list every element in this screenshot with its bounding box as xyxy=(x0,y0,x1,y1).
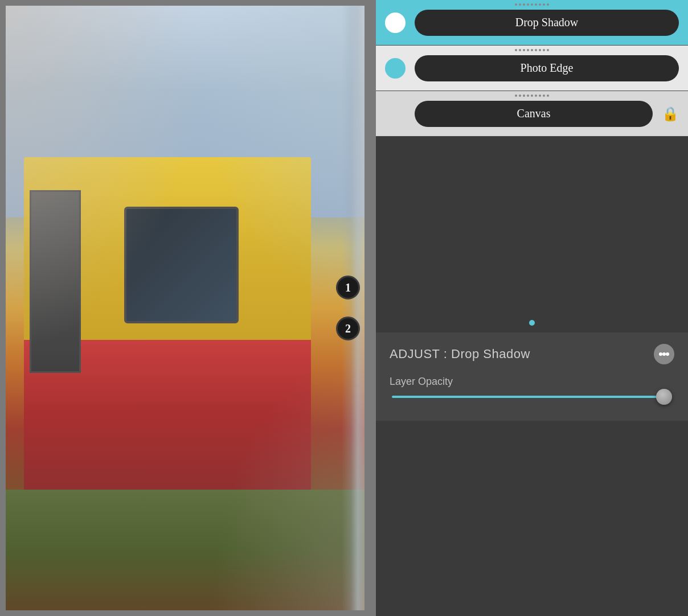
svg-point-0 xyxy=(659,352,662,356)
layer-opacity-section: Layer Opacity xyxy=(390,376,674,398)
svg-point-2 xyxy=(666,352,669,356)
layer-row-canvas[interactable]: Canvas 🔒 xyxy=(376,91,688,137)
photo-container xyxy=(6,6,365,610)
step-2-circle: 2 xyxy=(336,317,360,340)
photo-edge-button[interactable]: Photo Edge xyxy=(415,55,679,81)
layers-panel: Drop Shadow Photo Edge xyxy=(376,0,688,137)
layer-inactive-indicator xyxy=(385,58,406,79)
layer-opacity-label: Layer Opacity xyxy=(390,376,674,388)
drop-shadow-button[interactable]: Drop Shadow xyxy=(415,10,679,36)
lock-icon: 🔒 xyxy=(662,106,679,122)
adjust-settings-icon[interactable] xyxy=(654,344,674,364)
layer-empty-indicator xyxy=(385,104,406,124)
dark-spacer xyxy=(376,137,688,332)
drag-handle-canvas xyxy=(515,95,549,97)
adjust-panel: ADJUST : Drop Shadow Layer Opacity xyxy=(376,332,688,421)
canvas-button[interactable]: Canvas xyxy=(415,101,653,127)
adjust-title: ADJUST : Drop Shadow xyxy=(390,347,530,362)
step-1-circle: 1 xyxy=(336,276,360,299)
photo-edge-effect xyxy=(6,6,365,610)
image-panel: 1 2 xyxy=(0,0,376,616)
drag-handle-drop-shadow xyxy=(515,3,549,6)
blue-dot-indicator xyxy=(529,320,535,326)
layer-active-indicator xyxy=(385,13,406,33)
drag-handle-photo-edge xyxy=(515,49,549,51)
right-panel: Drop Shadow Photo Edge xyxy=(376,0,688,616)
layer-opacity-track[interactable] xyxy=(392,396,672,398)
layer-row-photo-edge[interactable]: Photo Edge xyxy=(376,46,688,91)
svg-point-1 xyxy=(662,352,666,356)
step-numbers: 1 2 xyxy=(336,276,360,340)
settings-svg xyxy=(657,347,671,361)
photo-background xyxy=(6,6,365,610)
layer-row-drop-shadow[interactable]: Drop Shadow xyxy=(376,0,688,46)
adjust-header: ADJUST : Drop Shadow xyxy=(390,344,674,364)
layer-opacity-thumb[interactable] xyxy=(656,389,672,405)
bottom-dark-area xyxy=(376,421,688,617)
